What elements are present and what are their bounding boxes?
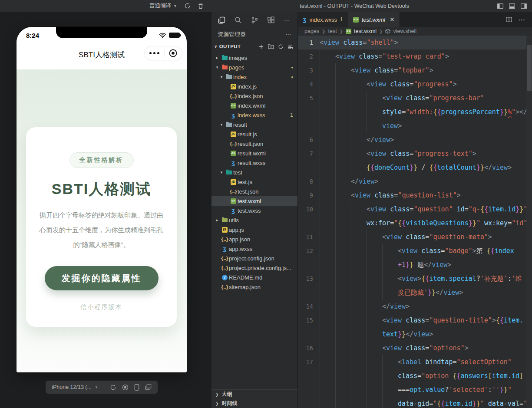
device-selector[interactable]: iPhone 12/13 (... ▼: [52, 384, 98, 390]
toggle-sidebar-icon[interactable]: [497, 3, 503, 9]
scrollbar-thumb[interactable]: [527, 45, 532, 91]
refresh-icon[interactable]: [184, 3, 191, 9]
refresh-explorer-icon[interactable]: [278, 44, 284, 49]
tree-item-result[interactable]: ▾result: [211, 120, 297, 129]
tree-item-test.json[interactable]: {..}test.json: [211, 187, 297, 196]
tree-item-test.js[interactable]: JStest.js: [211, 177, 297, 187]
tree-item-test.wxml[interactable]: <>test.wxml: [211, 196, 297, 206]
explorer-more-icon[interactable]: ⋯: [285, 31, 291, 38]
collapse-folders-icon[interactable]: [287, 44, 293, 49]
code-line: 8</view>: [298, 174, 526, 188]
tree-item-images[interactable]: ▸images: [211, 53, 297, 63]
wxml-file-icon: <>: [231, 103, 236, 109]
tree-item-index.json[interactable]: {..}index.json: [211, 91, 297, 101]
explorer-header: 资源管理器 ⋯: [211, 28, 297, 41]
capsule-menu[interactable]: [144, 46, 182, 60]
tree-item-index.js[interactable]: JSindex.js: [211, 82, 297, 91]
tree-item-pages[interactable]: ▾pages●: [211, 63, 297, 72]
code-editor[interactable]: 1<view class="shell">2<view class="test-…: [298, 36, 526, 408]
code-line: class="option {{answers[item.id]: [298, 369, 526, 383]
breadcrumb-item[interactable]: view.shell: [393, 28, 416, 34]
wxml-file-icon: <>: [231, 198, 236, 204]
breadcrumb-item[interactable]: pages: [304, 28, 319, 34]
code-line: ===opt.value?'selected':''}}": [298, 383, 526, 397]
more-dots-icon[interactable]: [149, 52, 159, 54]
chevron-right-icon: ▸: [214, 218, 220, 222]
tree-item-result.wxml[interactable]: <>result.wxml: [211, 148, 297, 158]
toggle-secondary-sidebar-icon[interactable]: [521, 3, 527, 9]
code-line: +1}} 题</view>: [298, 258, 526, 272]
project-section-header[interactable]: ∨ OUTPUT: [211, 41, 297, 52]
tree-item-index.wxss[interactable]: ʒindex.wxss1: [211, 110, 297, 120]
tab-bar: ʒ index.wxss 1 <> test.wxml ✕ ⋯: [298, 12, 532, 27]
line-number: 4: [298, 81, 320, 88]
tree-item-label: index.wxml: [238, 102, 265, 109]
tree-item-test.wxss[interactable]: ʒtest.wxss: [211, 206, 297, 215]
wxml-file-icon: <>: [353, 17, 359, 23]
files-icon[interactable]: [218, 16, 225, 24]
wxss-file-icon: ʒ: [231, 207, 235, 214]
tree-item-README.md[interactable]: iREADME.md: [211, 273, 297, 282]
tree-item-utils[interactable]: ▸utils: [211, 215, 297, 225]
more-editor-actions-icon[interactable]: ⋯: [518, 16, 526, 24]
json-file-icon: {..}: [221, 266, 228, 270]
wxml-file-icon: <>: [231, 151, 236, 156]
explorer-title: 资源管理器: [218, 30, 246, 38]
tree-item-test[interactable]: ▾test: [211, 168, 297, 177]
tree-item-label: result.json: [238, 141, 263, 147]
tree-item-app.json[interactable]: {..}app.json: [211, 234, 297, 244]
line-number: 6: [298, 136, 320, 143]
line-number: 3: [298, 67, 320, 74]
line-number: 13: [298, 275, 320, 282]
clear-cache-icon[interactable]: [198, 3, 204, 9]
breadcrumb-item[interactable]: test.wxml: [354, 28, 377, 34]
rotate-device-icon[interactable]: [110, 384, 116, 391]
tree-item-label: index.json: [238, 93, 263, 99]
record-stop-icon[interactable]: [122, 384, 129, 391]
compile-mode-dropdown[interactable]: 普通编译 ▼: [149, 2, 177, 10]
line-number: 1: [298, 39, 320, 46]
code-line: 15<view class="question-title">{{item.: [298, 313, 526, 327]
new-folder-icon[interactable]: [268, 44, 274, 49]
code-line: 16<view class="options">: [298, 341, 526, 355]
tree-item-label: result.wxml: [238, 150, 266, 157]
tree-item-result.wxss[interactable]: ʒresult.wxss: [211, 158, 297, 168]
tree-item-label: app.js: [229, 227, 244, 233]
split-editor-icon[interactable]: [506, 17, 512, 22]
exit-target-icon[interactable]: [169, 49, 177, 57]
multi-window-icon[interactable]: [145, 384, 152, 390]
code-line: 2<view class="test-wrap card">: [298, 49, 526, 63]
tree-item-result.json[interactable]: {..}result.json: [211, 139, 297, 148]
extensions-icon[interactable]: [268, 16, 275, 24]
code-line: 5<view class="progress-bar": [298, 91, 526, 105]
tree-item-sitemap.json[interactable]: {..}sitemap.json: [211, 282, 297, 292]
start-test-button[interactable]: 发掘你的隐藏属性: [45, 266, 159, 290]
new-file-icon[interactable]: [258, 44, 264, 49]
outline-section[interactable]: ❯ 大纲: [211, 390, 297, 399]
device-toolbar: iPhone 12/13 (... ▼: [17, 381, 187, 394]
breadcrumb-item[interactable]: test: [328, 28, 337, 34]
source-control-icon[interactable]: [251, 16, 258, 24]
search-icon[interactable]: [235, 16, 242, 24]
close-tab-icon[interactable]: ✕: [390, 16, 395, 23]
chevron-right-icon: ❯: [322, 29, 325, 34]
tree-item-index.wxml[interactable]: <>index.wxml: [211, 101, 297, 110]
timeline-section[interactable]: ❯ 时间线: [211, 399, 297, 408]
editor-actions: ⋯: [506, 12, 532, 27]
code-line: 4<view class="progress">: [298, 77, 526, 91]
tree-item-result.js[interactable]: JSresult.js: [211, 129, 297, 139]
modified-dot-badge: ●: [291, 66, 293, 69]
tree-item-label: test: [233, 169, 242, 176]
more-actions-icon[interactable]: ⋯: [284, 16, 291, 23]
tree-item-app.wxss[interactable]: ʒapp.wxss: [211, 244, 297, 253]
tab-test-wxml[interactable]: <> test.wxml ✕: [348, 12, 400, 27]
tree-item-project.config.json[interactable]: {..}project.config.json: [211, 253, 297, 263]
tree-item-index[interactable]: ▾index●: [211, 72, 297, 82]
tree-item-app.js[interactable]: JSapp.js: [211, 225, 297, 234]
tab-index-wxss[interactable]: ʒ index.wxss 1: [298, 12, 348, 27]
code-line: 17<label bindtap="selectOption": [298, 355, 526, 369]
phone-frame-icon[interactable]: [134, 384, 139, 391]
toggle-panel-icon[interactable]: [509, 3, 515, 9]
tree-item-project.private.config.js...[interactable]: {..}project.private.config.js...: [211, 263, 297, 273]
code-line: 3<view class="topbar">: [298, 63, 526, 77]
